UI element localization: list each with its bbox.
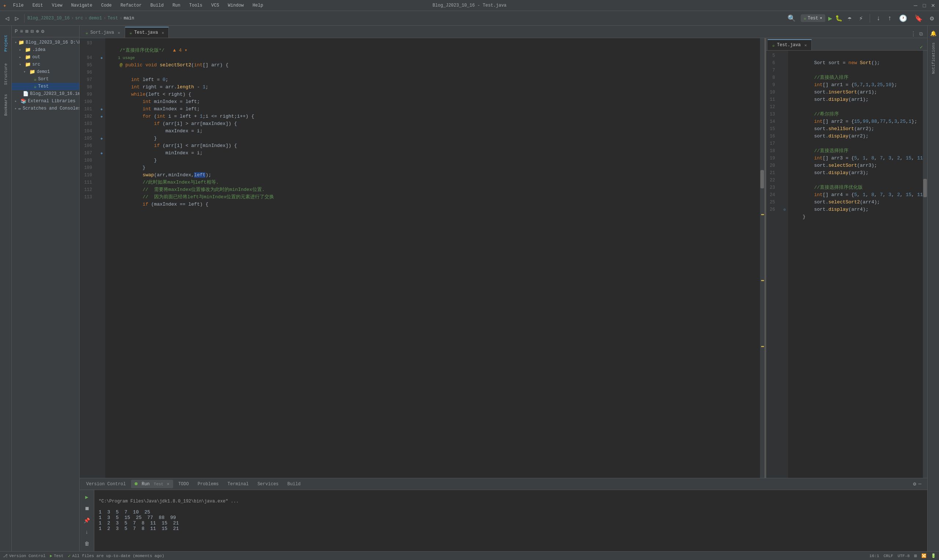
tree-item-demo1[interactable]: ▾ 📁 demo1	[12, 68, 79, 75]
tab-close-right[interactable]: ✕	[804, 43, 807, 48]
menu-help[interactable]: Help	[251, 2, 265, 9]
collapse-icon[interactable]: ⊟	[31, 28, 33, 34]
git-update-icon[interactable]: ↓	[874, 13, 883, 23]
tree-item-test[interactable]: ▸ ☕ Test	[12, 83, 79, 90]
tab-todo[interactable]: TODO	[174, 480, 193, 488]
menu-build[interactable]: Build	[148, 2, 166, 9]
tree-item-project[interactable]: ▾ 📁 Blog_J2023_10_16 D:\Pro	[12, 39, 79, 46]
locate-icon[interactable]: ⊕	[36, 28, 39, 34]
coverage-button[interactable]: ☂	[845, 13, 854, 24]
left-scrollthumb[interactable]	[760, 170, 764, 188]
sidebar-project-tab[interactable]: Project	[1, 29, 11, 58]
sidebar-structure-tab[interactable]: Structure	[1, 59, 11, 89]
breadcrumb-test[interactable]: Test	[108, 16, 118, 21]
tree-item-extlibs[interactable]: ▸ 📚 External Libraries	[12, 97, 79, 105]
bottom-minimize-icon[interactable]: ─	[919, 481, 921, 487]
clear-output-button[interactable]: 🗑	[82, 539, 92, 549]
tab-build[interactable]: Build	[284, 480, 304, 488]
tree-label-iml: Blog_J2023_10_16.iml	[30, 91, 79, 96]
menu-navigate[interactable]: Navigate	[69, 2, 95, 9]
sort-icon[interactable]: ≡	[20, 29, 23, 34]
breadcrumb-src[interactable]: src	[75, 16, 83, 21]
run-config-selector[interactable]: ☕ Test ▾	[801, 14, 825, 22]
tree-item-scratches[interactable]: ▸ ✏ Scratches and Consoles	[12, 105, 79, 112]
status-vcs[interactable]: ⎇ Version Control	[3, 554, 45, 558]
close-button[interactable]: ✕	[930, 3, 936, 8]
line-ending-indicator[interactable]: CRLF	[883, 554, 893, 558]
toolbar-back-icon[interactable]: ◁	[3, 13, 11, 24]
settings-icon[interactable]: ⚙	[928, 13, 936, 24]
menu-edit[interactable]: Edit	[30, 2, 45, 9]
bottom-settings-icon[interactable]: ⚙	[913, 481, 916, 487]
status-ok-icon: ✓	[68, 553, 71, 559]
bottom-panel: Version Control Run Test ✕ TODO Problems…	[80, 478, 927, 551]
menu-file[interactable]: File	[11, 2, 26, 9]
status-bar: ⎇ Version Control ▶ Test ✓ All files are…	[0, 551, 939, 560]
maximize-button[interactable]: □	[921, 3, 927, 8]
tab-terminal[interactable]: Terminal	[224, 480, 252, 488]
right-sidebar: 🔔 Notifications	[927, 26, 939, 551]
encoding-indicator[interactable]: UTF-8	[897, 554, 910, 558]
git-history-icon[interactable]: 🕐	[897, 13, 909, 24]
breadcrumb-demo1[interactable]: demo1	[89, 16, 102, 21]
tab-test-java[interactable]: ☕ Test.java ✕	[125, 27, 169, 38]
settings-small-icon[interactable]: ⚙	[41, 28, 44, 34]
tab-services[interactable]: Services	[254, 480, 282, 488]
menu-view[interactable]: View	[49, 2, 65, 9]
profile-button[interactable]: ⚡	[857, 13, 865, 24]
tree-item-out[interactable]: ▸ 📁 out	[12, 54, 79, 61]
output-line-1: 1 3 5 7 10 25	[99, 509, 150, 515]
tab-test-java-right[interactable]: ☕ Test.java ✕	[768, 39, 812, 50]
breadcrumb-main: main	[123, 16, 134, 21]
scroll-end-button[interactable]: ↓	[82, 528, 92, 537]
expand-icon[interactable]: ⊞	[25, 28, 28, 34]
vcs-icon: ⎇	[3, 554, 8, 558]
minimize-button[interactable]: ─	[913, 3, 919, 8]
tree-item-iml[interactable]: ▸ 📄 Blog_J2023_10_16.iml	[12, 90, 79, 97]
power-save-icon: 🔋	[931, 554, 936, 558]
tree-item-src[interactable]: ▾ 📁 src	[12, 61, 79, 68]
breadcrumb-project[interactable]: Blog_J2023_10_16	[28, 16, 70, 21]
toolbar-forward-icon[interactable]: ▷	[13, 13, 21, 24]
tab-split-icon[interactable]: ⧉	[919, 31, 923, 37]
position-indicator[interactable]: 16:1	[869, 554, 879, 558]
run-command: "C:\Program Files\Java\jdk1.8.0_192\bin\…	[99, 499, 239, 504]
git-push-icon[interactable]: ↑	[885, 13, 894, 23]
menu-refactor[interactable]: Refactor	[119, 2, 144, 9]
status-message-text: All files are up-to-date (moments ago)	[72, 554, 164, 558]
tab-test-close[interactable]: ✕	[162, 31, 164, 35]
left-code-content[interactable]: /*直接排序优化版*/ ▲ 4 ▾ 1 usage @ public void …	[105, 38, 760, 478]
debug-button[interactable]: 🐛	[835, 15, 842, 22]
tree-item-idea[interactable]: ▸ 📁 .idea	[12, 46, 79, 54]
tab-sort-close[interactable]: ✕	[118, 31, 120, 35]
stop-button[interactable]: ⏹	[82, 504, 92, 514]
right-code-content[interactable]: Sort sort = new Sort(); //直接插入排序 int[] a…	[788, 51, 923, 478]
menu-tools[interactable]: Tools	[187, 2, 205, 9]
tab-problems[interactable]: Problems	[194, 480, 223, 488]
tab-version-control[interactable]: Version Control	[83, 480, 130, 488]
notifications-icon[interactable]: 🔔	[929, 29, 938, 38]
tab-overflow-icon[interactable]: ⋮	[910, 31, 916, 38]
tab-sort-java[interactable]: ☕ Sort.java ✕	[81, 27, 125, 38]
run-status-icon: ▶	[50, 554, 52, 558]
right-scrolltrack[interactable]	[923, 51, 927, 478]
menu-code[interactable]: Code	[99, 2, 114, 9]
menu-run[interactable]: Run	[170, 2, 183, 9]
pin-tab-button[interactable]: 📌	[82, 515, 92, 525]
tree-item-sort[interactable]: ▸ ☕ Sort	[12, 75, 79, 83]
left-scrolltrack[interactable]	[760, 38, 765, 478]
rerun-button[interactable]: ▶	[82, 492, 92, 502]
run-config-dropdown-icon: ▾	[820, 15, 822, 21]
sidebar-bookmarks-tab[interactable]: Bookmarks	[1, 90, 11, 120]
status-run-indicator[interactable]: ▶ Test	[50, 554, 63, 558]
tree-label-test: Test	[38, 84, 49, 89]
toolbar: ◁ ▷ Blog_J2023_10_16 › src › demo1 › Tes…	[0, 11, 939, 26]
menu-vcs[interactable]: VCS	[209, 2, 222, 9]
right-scrollthumb[interactable]	[923, 179, 927, 197]
search-everywhere-icon[interactable]: 🔍	[785, 13, 798, 24]
tab-run[interactable]: Run Test ✕	[131, 480, 173, 488]
notifications-label[interactable]: Notifications	[930, 41, 937, 75]
bookmark-icon[interactable]: 🔖	[912, 13, 925, 24]
run-button[interactable]: ▶	[828, 14, 832, 22]
menu-window[interactable]: Window	[225, 2, 246, 9]
